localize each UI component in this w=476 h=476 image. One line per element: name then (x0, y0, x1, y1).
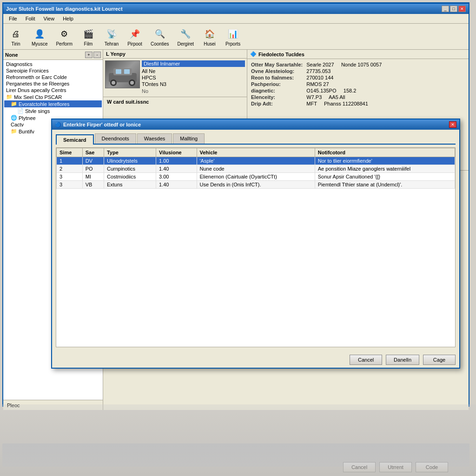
tree-panel-header: None + - (3, 50, 103, 60)
tree-label-cactv: Cactv (11, 122, 24, 127)
tree-item-perganetes[interactable]: Perganetes the se Rleerges (4, 80, 102, 87)
myusce-icon: 👤 (32, 26, 47, 41)
tree-icon-buntifv: 📁 (11, 128, 17, 134)
cell-sae-2: MI (82, 173, 104, 181)
svg-rect-6 (116, 69, 121, 74)
cell-not-2: Sonur Apsir Canuitioned '{[} (315, 173, 455, 181)
toolbar-myusce[interactable]: 👤 Myusce (28, 25, 51, 48)
tree-item-evoratctohle[interactable]: 📁 Evoratctohle lereflores (4, 100, 102, 107)
tree-item-refronmetth[interactable]: Refronmetth or Earc Colde (4, 74, 102, 80)
cell-veh-0: 'Asple' (197, 157, 315, 165)
field-value-4: O145.135PO 158.2 (306, 88, 382, 93)
toolbar-husei[interactable]: 🏠 Husei (199, 25, 220, 48)
maximize-button[interactable]: □ (450, 6, 457, 12)
toolbar-pirpoot[interactable]: 📌 Pirpoot (124, 25, 145, 48)
field-value-1: 27735.053 (306, 68, 382, 74)
minimize-button[interactable]: _ (442, 6, 449, 12)
tree-collapse-btn[interactable]: - (93, 52, 101, 58)
tree-icon-mix: 📁 (6, 94, 13, 100)
col-header-vilusione: Vilusione (156, 148, 197, 157)
tree-item-mix[interactable]: 📁 Mix Seel Cto PSCAR (4, 93, 102, 100)
vehicle-detail-3: TOntes N3 (142, 81, 245, 87)
toolbar-tehran[interactable]: 📡 Tehran (101, 25, 122, 48)
tehran-icon: 📡 (104, 26, 119, 41)
field-value-2: 270010 144 (306, 75, 382, 80)
reflection-cancel-btn: Cancel (343, 462, 376, 472)
toolbar-perform[interactable]: ⚙ Perform (53, 25, 76, 48)
cell-vil-1: 1.40 (156, 165, 197, 173)
tree-label-evoratctohle: Evoratctohle lereflores (19, 101, 69, 107)
tree-label-perganetes: Perganetes the se Rleerges (6, 81, 69, 86)
toolbar: 🖨 Tirin 👤 Myusce ⚙ Perform 🎬 Film 📡 Tehr… (3, 24, 469, 50)
table-row[interactable]: 2 PO Curnpinotics 1.40 Nune code Ae pons… (57, 165, 455, 173)
vehicle-details: Dlesflil Inlnamer All Ne HPCS TOntes N3 … (142, 60, 245, 95)
toolbar-film[interactable]: 🎬 Film (78, 25, 99, 48)
tree-expand-btn[interactable]: + (85, 52, 93, 58)
cell-not-0: Nor to tlier eiorrmfiende' (315, 157, 455, 165)
reflection-area: Cancel Utrrent Code (0, 404, 476, 476)
husei-icon: 🏠 (202, 26, 217, 41)
tree-item-diagnostics[interactable]: Diagnostics (4, 61, 102, 67)
toolbar-prports[interactable]: 📊 Prports (222, 25, 244, 48)
tree-label-lirer: Lirer Dnus apecally Centrs (6, 87, 66, 93)
tree-item-lirer[interactable]: Lirer Dnus apecally Centrs (4, 87, 102, 93)
field-label-3: Pachperiou: (251, 81, 303, 87)
prports-icon: 📊 (225, 26, 240, 41)
reflection-buttons: Cancel Utrrent Code (339, 458, 452, 476)
cell-type-3: Extuns (104, 181, 156, 189)
cell-vil-0: 1.00 (156, 157, 197, 165)
tab-mallting[interactable]: Mallting (173, 133, 205, 144)
menu-file[interactable]: File (5, 15, 21, 22)
data-table: Sime Sae Type Vilusione Vehicle Notifcot… (56, 148, 455, 189)
main-title-bar: Jour Slutch Foswell Ian diagnostics.kit … (3, 4, 469, 14)
field-value-6: MFT Phanss 112208841 (306, 101, 382, 106)
menu-help[interactable]: Help (59, 15, 77, 22)
modal-button-row: Cancel DanelIn Cage (52, 351, 459, 368)
toolbar-coonties[interactable]: 🔍 Coonties (147, 25, 172, 48)
cell-type-1: Curnpinotics (104, 165, 156, 173)
fields-panel-title: 🔷 Fiedolecto Tucldes (247, 50, 469, 59)
tree-item-stvle[interactable]: 📄 Stvle sings (4, 107, 102, 114)
tab-deendnoots[interactable]: Deendnoots (95, 133, 136, 144)
vehicle-content: Dlesflil Inlnamer All Ne HPCS TOntes N3 … (103, 59, 247, 97)
data-table-container[interactable]: Sime Sae Type Vilusione Vehicle Notifcot… (56, 147, 456, 347)
col-header-type: Type (104, 148, 156, 157)
col-header-sime: Sime (57, 148, 83, 157)
close-button[interactable]: ✕ (458, 6, 466, 12)
cell-not-1: Ae ponsition Miaze ganoglers waterniiife… (315, 165, 455, 173)
menu-view[interactable]: View (40, 15, 59, 22)
tab-semicard[interactable]: Semicard (56, 134, 94, 145)
perform-icon: ⚙ (57, 26, 72, 41)
field-label-1: Ovne Alesteiolog: (251, 68, 303, 74)
cell-type-2: Costmiodiics (104, 173, 156, 181)
tree-item-sareoipie[interactable]: Sareoipie Fronices (4, 67, 102, 74)
modal-title-bar: 🔵 Enterklre Firper' ottedf or lonice ✕ (52, 119, 459, 130)
cage-button[interactable]: Cage (423, 355, 456, 365)
modal-body: Semicard Deendnoots Waesdes Mallting Sim… (52, 130, 459, 351)
field-value-0: Searle 2027 Nonde 1075 0057 (306, 62, 382, 67)
reflection-utrrent-btn: Utrrent (379, 462, 412, 472)
cell-num-3: 3 (57, 181, 83, 189)
cell-type-0: Ulinodrytstels (104, 157, 156, 165)
dergiret-icon: 🔧 (178, 26, 193, 41)
table-row[interactable]: 1 DV Ulinodrytstels 1.00 'Asple' Nor to … (57, 157, 455, 165)
toolbar-dergiret[interactable]: 🔧 Dergiret (174, 25, 197, 48)
menu-folit[interactable]: Folit (22, 15, 39, 22)
toolbar-tirin[interactable]: 🖨 Tirin (5, 25, 26, 48)
window-controls: _ □ ✕ (442, 6, 466, 12)
cell-not-3: Piemtendl Tthier stane at (Underncl)'. (315, 181, 455, 189)
vehicle-no: No (142, 87, 245, 95)
vehicle-detail-2: HPCS (142, 74, 245, 81)
daneln-button[interactable]: DanelIn (386, 355, 419, 365)
tab-waesdes[interactable]: Waesdes (137, 133, 172, 144)
cancel-button[interactable]: Cancel (350, 355, 382, 365)
vehicle-image (106, 61, 139, 88)
tree-label-buntifv: Buntifv (19, 129, 34, 134)
svg-point-5 (130, 81, 134, 85)
table-row[interactable]: 3 MI Costmiodiics 3.00 Elienernon (Cairt… (57, 173, 455, 181)
fields-icon: 🔷 (250, 51, 257, 57)
cell-veh-1: Nune code (197, 165, 315, 173)
modal-close-button[interactable]: ✕ (449, 121, 456, 128)
table-row[interactable]: 3 VB Extuns 1.40 Use Dends in (Onis InfC… (57, 181, 455, 189)
cell-veh-2: Elienernon (Cairtuale (OyarticCTt) (197, 173, 315, 181)
